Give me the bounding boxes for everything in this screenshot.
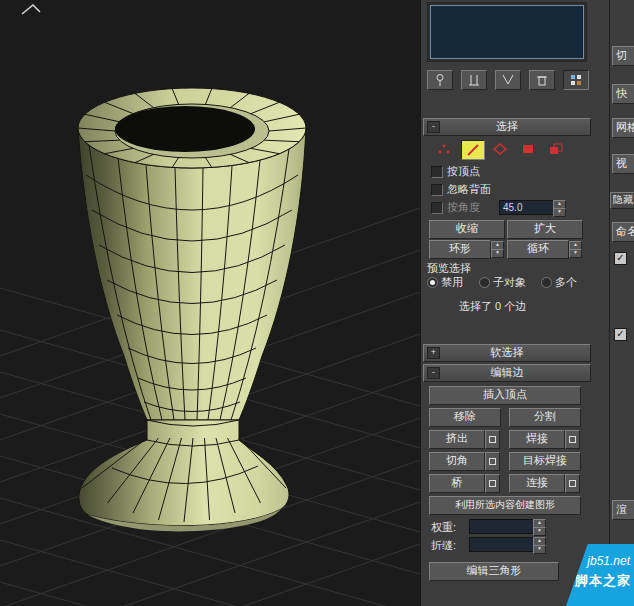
extrude-settings-button[interactable] xyxy=(485,430,500,449)
modifier-stack-list[interactable] xyxy=(430,5,584,59)
vase-cavity xyxy=(115,106,255,152)
modifier-stack-toolbar xyxy=(427,70,589,90)
angle-field[interactable]: 45.0 xyxy=(499,200,557,215)
create-shape-button[interactable]: 利用所选内容创建图形 xyxy=(429,496,581,515)
edit-triangulation-button[interactable]: 编辑三角形 xyxy=(429,562,559,581)
by-vertex-label: 按顶点 xyxy=(447,165,480,177)
weight-field[interactable] xyxy=(469,519,537,534)
angle-spinner[interactable]: ▲ ▼ xyxy=(553,200,564,215)
expand-icon[interactable]: + xyxy=(427,347,440,359)
chamfer-settings-button[interactable] xyxy=(485,452,500,471)
weld-button[interactable]: 焊接 xyxy=(509,430,565,449)
rollout-selection[interactable]: - 选择 xyxy=(423,118,591,136)
rollout-title: 软选择 xyxy=(424,345,590,359)
border-subobject-icon[interactable] xyxy=(489,140,511,158)
by-angle-checkbox[interactable] xyxy=(431,202,443,214)
preview-multiple-label: 多个 xyxy=(555,276,577,288)
ring-spinner[interactable]: ▲ ▼ xyxy=(491,241,502,256)
by-vertex-checkbox[interactable] xyxy=(431,166,443,178)
element-subobject-icon[interactable] xyxy=(545,140,567,158)
strip-checkbox[interactable]: ✓ xyxy=(614,252,627,265)
preview-subobj-radio[interactable] xyxy=(479,277,490,288)
strip-button[interactable]: 网格 xyxy=(612,118,634,138)
crease-label: 折缝: xyxy=(431,539,456,551)
spinner-down-icon[interactable]: ▼ xyxy=(491,249,504,258)
connect-button[interactable]: 连接 xyxy=(509,474,565,493)
chamfer-button[interactable]: 切角 xyxy=(429,452,485,471)
configure-modifier-sets-icon[interactable] xyxy=(563,70,589,90)
weld-settings-button[interactable] xyxy=(565,430,580,449)
remove-modifier-icon[interactable] xyxy=(529,70,555,90)
split-button[interactable]: 分割 xyxy=(509,408,581,427)
preview-disable-radio[interactable] xyxy=(427,277,438,288)
extrude-button[interactable]: 挤出 xyxy=(429,430,485,449)
strip-checkbox[interactable]: ✓ xyxy=(614,328,627,341)
vase-body xyxy=(78,128,306,420)
spinner-down-icon[interactable]: ▼ xyxy=(533,545,546,554)
loop-button[interactable]: 循环 xyxy=(507,240,569,259)
strip-button[interactable]: 命名 xyxy=(612,222,634,242)
preview-selection-label: 预览选择 xyxy=(427,262,471,274)
make-unique-icon[interactable] xyxy=(495,70,521,90)
perspective-viewport[interactable] xyxy=(0,0,420,606)
strip-button[interactable]: 切 xyxy=(612,46,634,66)
connect-settings-button[interactable] xyxy=(565,474,580,493)
preview-subobj-label: 子对象 xyxy=(493,276,526,288)
preview-multiple-radio[interactable] xyxy=(541,277,552,288)
modifier-stack-window[interactable] xyxy=(427,2,587,62)
shrink-button[interactable]: 收缩 xyxy=(429,220,505,239)
pin-stack-icon[interactable] xyxy=(427,70,453,90)
watermark-site: jb51.net xyxy=(587,554,630,568)
collapse-icon[interactable]: - xyxy=(427,367,440,379)
weight-spinner[interactable]: ▲ ▼ xyxy=(533,519,544,534)
preview-disable-label: 禁用 xyxy=(441,276,463,288)
viewport-canvas xyxy=(0,0,420,606)
strip-button[interactable]: 渲 xyxy=(612,500,634,520)
secondary-panel-strip: 切 快 网格 视 隐藏 命名 ✓ ✓ 渲 xyxy=(609,0,634,606)
rollout-title: 编辑边 xyxy=(424,365,590,379)
crease-spinner[interactable]: ▲ ▼ xyxy=(533,537,544,552)
ignore-backfacing-label: 忽略背面 xyxy=(447,183,491,195)
command-panel: - 选择 按顶点 忽略背面 按角度 45.0 xyxy=(420,0,609,606)
target-weld-button[interactable]: 目标焊接 xyxy=(509,452,581,471)
collapse-icon[interactable]: - xyxy=(427,121,440,133)
edge-subobject-icon[interactable] xyxy=(461,140,485,160)
grow-button[interactable]: 扩大 xyxy=(507,220,583,239)
ignore-backfacing-checkbox[interactable] xyxy=(431,184,443,196)
remove-button[interactable]: 移除 xyxy=(429,408,501,427)
loop-spinner[interactable]: ▲ ▼ xyxy=(569,241,580,256)
strip-button[interactable]: 快 xyxy=(612,84,634,104)
by-angle-label: 按角度 xyxy=(447,201,480,213)
show-end-result-icon[interactable] xyxy=(461,70,487,90)
strip-rollout-header[interactable]: 隐藏 xyxy=(610,192,634,209)
viewport-axis-mark xyxy=(22,5,40,14)
vase-model[interactable] xyxy=(78,88,306,531)
max-window: - 选择 按顶点 忽略背面 按角度 45.0 xyxy=(0,0,634,606)
rollout-soft-selection[interactable]: + 软选择 xyxy=(423,344,591,362)
watermark-name: 脚本之家 xyxy=(575,572,631,590)
rollout-edit-edges[interactable]: - 编辑边 xyxy=(423,364,591,382)
strip-button[interactable]: 视 xyxy=(612,154,634,174)
spinner-down-icon[interactable]: ▼ xyxy=(569,249,582,258)
vase-foot xyxy=(79,420,289,526)
insert-vertex-button[interactable]: 插入顶点 xyxy=(429,386,581,405)
polygon-subobject-icon[interactable] xyxy=(517,140,539,158)
crease-field[interactable] xyxy=(469,537,537,552)
weight-label: 权重: xyxy=(431,521,456,533)
bridge-settings-button[interactable] xyxy=(485,474,500,493)
selection-status: 选择了 0 个边 xyxy=(459,300,526,312)
spinner-down-icon[interactable]: ▼ xyxy=(553,208,566,217)
spinner-down-icon[interactable]: ▼ xyxy=(533,527,546,536)
vertex-subobject-icon[interactable] xyxy=(433,140,455,158)
bridge-button[interactable]: 桥 xyxy=(429,474,485,493)
ring-button[interactable]: 环形 xyxy=(429,240,491,259)
rollout-title: 选择 xyxy=(424,119,590,133)
